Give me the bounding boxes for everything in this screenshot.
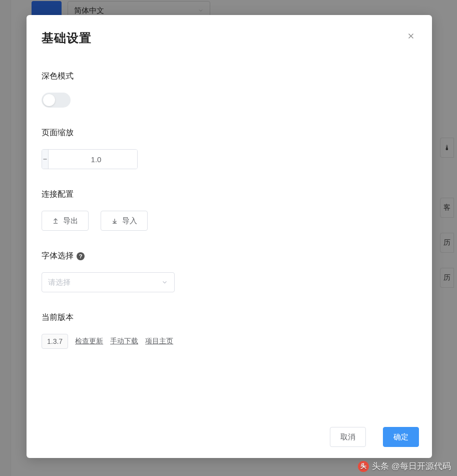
version-badge: 1.3.7	[42, 334, 68, 349]
zoom-label: 页面缩放	[42, 128, 417, 138]
minus-icon	[42, 156, 48, 162]
connection-buttons: 导出 导入	[42, 211, 417, 231]
version-row: 1.3.7 检查更新 手动下载 项目主页	[42, 334, 417, 349]
export-label: 导出	[63, 216, 78, 226]
font-placeholder: 请选择	[48, 278, 71, 287]
close-button[interactable]	[405, 30, 417, 42]
dialog-body: 深色模式 页面缩放 连接配置	[27, 46, 432, 418]
dark-mode-toggle[interactable]	[42, 93, 71, 108]
download-icon	[111, 217, 118, 224]
confirm-button[interactable]: 确定	[383, 427, 419, 447]
section-dark-mode: 深色模式	[42, 71, 417, 108]
connection-label: 连接配置	[42, 189, 417, 200]
check-update-link[interactable]: 检查更新	[75, 337, 103, 346]
settings-dialog: 基础设置 深色模式 页面缩放	[27, 15, 432, 458]
zoom-stepper	[42, 149, 138, 169]
font-select[interactable]: 请选择	[42, 272, 175, 292]
project-home-link[interactable]: 项目主页	[145, 337, 173, 346]
font-label-row: 字体选择 ?	[42, 251, 417, 261]
upload-icon	[52, 217, 59, 224]
switch-knob	[43, 94, 55, 106]
section-connection: 连接配置 导出 导入	[42, 189, 417, 231]
cancel-button[interactable]: 取消	[330, 427, 366, 447]
font-label: 字体选择	[42, 251, 74, 261]
close-icon	[406, 32, 415, 41]
dark-mode-label: 深色模式	[42, 71, 417, 82]
zoom-decrease-button[interactable]	[42, 150, 49, 169]
chevron-down-icon	[161, 279, 168, 286]
section-zoom: 页面缩放	[42, 128, 417, 169]
dialog-header: 基础设置	[27, 15, 432, 46]
help-icon[interactable]: ?	[77, 252, 85, 260]
section-font: 字体选择 ? 请选择	[42, 251, 417, 292]
dialog-title: 基础设置	[42, 30, 92, 46]
section-version: 当前版本 1.3.7 检查更新 手动下载 项目主页	[42, 312, 417, 349]
import-label: 导入	[122, 216, 137, 226]
export-button[interactable]: 导出	[42, 211, 89, 231]
import-button[interactable]: 导入	[101, 211, 148, 231]
version-label: 当前版本	[42, 312, 417, 323]
dialog-footer: 取消 确定	[27, 418, 432, 458]
manual-download-link[interactable]: 手动下载	[110, 337, 138, 346]
zoom-input[interactable]	[49, 150, 138, 169]
